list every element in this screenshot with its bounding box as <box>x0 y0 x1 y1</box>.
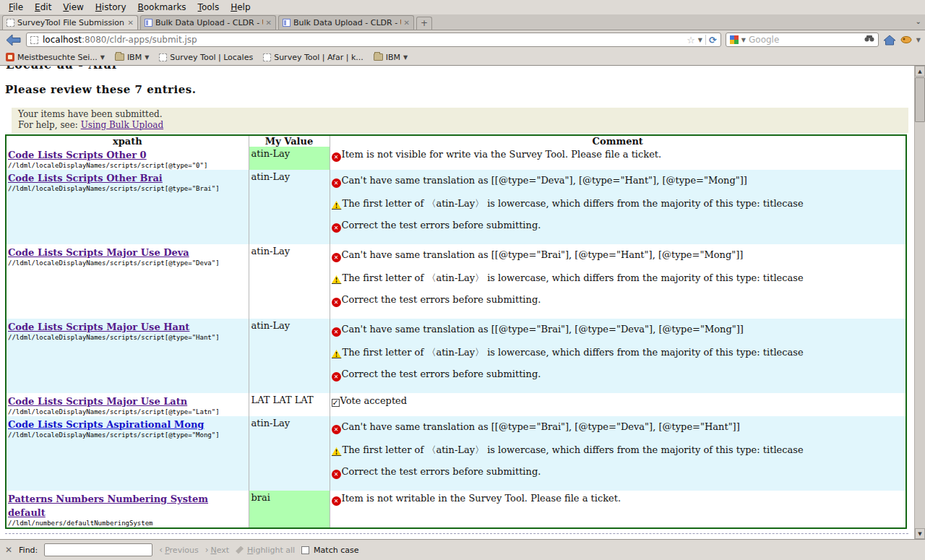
highlight-all-button[interactable]: Highlight all <box>236 546 295 555</box>
error-icon <box>332 298 341 307</box>
xpath-path: //ldml/localeDisplayNames/scripts/script… <box>8 408 247 415</box>
urlbar-favicon-placeholder-icon <box>30 36 38 44</box>
tab-close-icon[interactable] <box>128 19 134 27</box>
table-row: Code Lists Scripts Major Use Hant //ldml… <box>6 319 906 393</box>
xpath-link[interactable]: Code Lists Scripts Major Use Latn <box>8 396 187 407</box>
home-button[interactable] <box>883 35 896 46</box>
error-icon <box>332 470 341 479</box>
next-label: Next <box>210 546 229 555</box>
tab-title: Bulk Data Upload - CLDR - Un... <box>293 18 401 27</box>
scroll-down-arrow-icon[interactable] <box>915 528 925 539</box>
comment-line: Correct the test errors before submittin… <box>332 466 905 479</box>
nav-overflow-chevron-icon[interactable] <box>916 37 921 43</box>
my-value-cell: atin-Lay <box>249 244 330 319</box>
comment-line: Vote accepted <box>332 395 905 407</box>
comment-line: Correct the test errors before submittin… <box>332 294 905 307</box>
menu-file[interactable]: File <box>3 1 29 14</box>
notice-line1: Your items have been submitted. <box>18 109 902 120</box>
xpath-link[interactable]: Code Lists Scripts Major Use Deva <box>8 247 189 258</box>
menu-help[interactable]: Help <box>225 1 256 14</box>
comment-text: Can't have same translation as [[@type="… <box>342 175 747 186</box>
back-arrow-icon <box>6 34 21 46</box>
url-bar[interactable]: localhost:8080/cldr-apps/submit.jsp <box>26 33 721 47</box>
match-case-checkbox[interactable]: Match case <box>301 546 358 555</box>
google-engine-icon[interactable] <box>730 35 739 44</box>
comment-text: The first letter of 〈atin-Lay〉 is lowerc… <box>343 272 804 283</box>
page-title: Please review these 7 entries. <box>5 83 914 96</box>
review-table: xpath My Value Comment Code Lists Script… <box>5 134 907 529</box>
error-icon <box>332 327 341 337</box>
tab-close-icon[interactable] <box>404 19 410 27</box>
my-value-cell: brai <box>249 491 330 528</box>
error-icon <box>332 253 341 262</box>
table-row: Code Lists Scripts Major Use Latn //ldml… <box>6 393 906 416</box>
url-host: localhost <box>43 35 82 45</box>
findbar-close-icon[interactable] <box>5 545 12 555</box>
search-placeholder: Google <box>749 35 779 45</box>
find-previous-button[interactable]: ‹ Previous <box>159 545 198 555</box>
previous-chevron-icon: ‹ <box>159 545 163 555</box>
using-bulk-upload-link[interactable]: Using Bulk Upload <box>81 120 164 130</box>
table-row: Code Lists Scripts Major Use Deva //ldml… <box>6 244 906 319</box>
xpath-path: //ldml/numbers/defaultNumberingSystem <box>8 520 247 527</box>
match-case-checkbox-icon[interactable] <box>301 546 309 554</box>
tab-bulk-data-upload-1[interactable]: Bulk Data Upload - CLDR - Un... <box>140 15 276 30</box>
tab-list-chevron-icon[interactable] <box>916 17 921 25</box>
comment-text: The first letter of 〈atin-Lay〉 is lowerc… <box>343 198 804 209</box>
page-main: Locale aa - Afar Please review these 7 e… <box>0 66 914 539</box>
tab-surveytool-submission[interactable]: SurveyTool File Submission | ... <box>2 15 138 30</box>
comment-line: The first letter of 〈atin-Lay〉 is lowerc… <box>332 197 905 210</box>
table-row: Patterns Numbers Numbering System defaul… <box>6 491 906 528</box>
scrollbar-thumb[interactable] <box>915 77 925 122</box>
bookmark-label: Survey Tool | Afar | k... <box>274 53 363 62</box>
bookmark-folder-ibm-1[interactable]: IBM <box>115 53 149 62</box>
tab-favicon-page-icon <box>283 19 291 27</box>
comment-line: Item is not writable in the Survey Tool.… <box>332 493 905 506</box>
menu-history[interactable]: History <box>90 1 132 14</box>
find-next-button[interactable]: › Next <box>205 545 229 555</box>
folder-icon <box>374 53 383 61</box>
tab-bulk-data-upload-2[interactable]: Bulk Data Upload - CLDR - Un... <box>278 15 414 30</box>
vertical-scrollbar[interactable] <box>914 66 925 539</box>
search-binoculars-icon[interactable] <box>864 35 874 45</box>
bookmark-star-icon[interactable] <box>687 35 695 46</box>
reload-icon[interactable] <box>709 35 717 46</box>
warning-icon <box>332 275 342 284</box>
xpath-link[interactable]: Code Lists Scripts Other Brai <box>8 173 163 184</box>
xpath-link[interactable]: Code Lists Scripts Major Use Hant <box>8 322 189 332</box>
scroll-up-arrow-icon[interactable] <box>915 66 925 77</box>
page-content: Locale aa - Afar Please review these 7 e… <box>0 66 925 539</box>
comment-text: Correct the test errors before submittin… <box>342 220 541 231</box>
menu-edit[interactable]: Edit <box>29 1 57 14</box>
menu-tools[interactable]: Tools <box>192 1 225 14</box>
new-tab-button[interactable] <box>416 17 432 30</box>
bookmark-folder-ibm-2[interactable]: IBM <box>374 53 408 62</box>
xpath-link[interactable]: Patterns Numbers Numbering System defaul… <box>8 494 208 518</box>
bookmark-label: IBM <box>386 53 400 62</box>
menu-view[interactable]: View <box>57 1 89 14</box>
urlbar-dropdown-chevron-icon[interactable] <box>698 37 702 43</box>
xpath-link[interactable]: Code Lists Scripts Aspirational Mong <box>8 419 204 430</box>
search-engine-chevron-icon[interactable] <box>741 37 746 43</box>
bookmark-most-visited[interactable]: Meistbesuchte Sei... <box>6 53 105 62</box>
next-chevron-icon: › <box>205 545 209 555</box>
xpath-path: //ldml/localeDisplayNames/scripts/script… <box>8 162 247 169</box>
find-bar: Find: ‹ Previous › Next Highlight all Ma… <box>0 539 925 560</box>
comment-line: Can't have same translation as [[@type="… <box>332 249 905 262</box>
menu-bookmarks[interactable]: Bookmarks <box>132 1 192 14</box>
my-value-cell: atin-Lay <box>249 416 330 491</box>
comment-line: The first letter of 〈atin-Lay〉 is lowerc… <box>332 272 905 285</box>
tab-close-icon[interactable] <box>266 19 272 27</box>
bookmark-survey-tool-afar[interactable]: Survey Tool | Afar | k... <box>263 53 363 62</box>
bookmark-dropdown-chevron-icon <box>403 54 408 61</box>
search-box[interactable]: Google <box>726 33 879 47</box>
table-row: Code Lists Scripts Other 0 //ldml/locale… <box>6 147 906 170</box>
bookmark-survey-tool-locales[interactable]: Survey Tool | Locales <box>159 53 253 62</box>
table-row: Code Lists Scripts Aspirational Mong //l… <box>6 416 906 491</box>
back-button[interactable] <box>4 33 22 47</box>
xpath-link[interactable]: Code Lists Scripts Other 0 <box>8 150 147 160</box>
find-input[interactable] <box>44 543 152 556</box>
tab-bar: SurveyTool File Submission | ... Bulk Da… <box>0 14 925 30</box>
addon-button[interactable] <box>900 35 912 44</box>
vote-accepted-checkbox-icon <box>332 399 340 407</box>
